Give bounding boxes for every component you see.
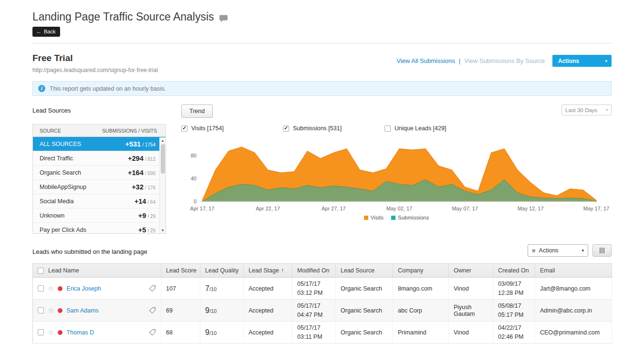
- table-row: ✓ ☆ Thomas D 68 9/10 Accepted: [33, 322, 612, 344]
- info-icon: i: [38, 85, 45, 92]
- company-cell: Primamind: [393, 322, 449, 344]
- header-actions: View All Submissions | View Submissions …: [396, 55, 612, 67]
- column-header-modified-on[interactable]: Modified On: [292, 264, 336, 278]
- email-cell: Admin@abc.corp.in: [535, 300, 612, 322]
- legend-visits-label: Visits: [371, 215, 384, 220]
- source-name: Social Media: [40, 198, 74, 205]
- submissions-checkbox[interactable]: ✓ Submissions [531]: [283, 125, 384, 132]
- comment-icon[interactable]: [219, 14, 228, 22]
- column-header-created-on[interactable]: Created On: [493, 264, 535, 278]
- lead-score-cell: 68: [161, 322, 200, 344]
- view-all-submissions-link[interactable]: View All Submissions: [396, 57, 455, 64]
- created-on-cell: 04/22/1702:46 PM: [493, 322, 535, 344]
- unique-leads-checkbox[interactable]: ✓ Unique Leads [429]: [384, 125, 486, 132]
- lead-source-cell: Organic Search: [336, 278, 393, 300]
- lead-status-dot-icon: [58, 330, 62, 335]
- source-row-social-media[interactable]: Social Media +14/ 64: [33, 194, 166, 208]
- svg-text:Apr 27, 17: Apr 27, 17: [322, 206, 346, 211]
- owner-cell: Piyush Gautam: [449, 300, 493, 322]
- tag-icon[interactable]: [149, 329, 156, 336]
- actions-dropdown-button[interactable]: Actions ▾: [552, 55, 612, 67]
- chevron-down-icon: ▾: [582, 248, 584, 253]
- column-header-lead-quality[interactable]: Lead Quality: [200, 264, 244, 278]
- source-name: Unknown: [40, 212, 64, 219]
- lead-sources-header: SOURCE SUBMISSIONS / VISITS: [33, 125, 166, 137]
- star-icon[interactable]: ☆: [48, 285, 54, 292]
- column-header-owner[interactable]: Owner: [449, 264, 493, 278]
- column-header-lead-score[interactable]: Lead Score: [161, 264, 200, 278]
- source-row-pay-per-click-ads[interactable]: Pay per Click Ads +5/ 25: [33, 223, 166, 234]
- source-name: Organic Search: [40, 169, 81, 176]
- source-row-organic-search[interactable]: Organic Search +164/ 590: [33, 166, 166, 180]
- landing-page-info: Free Trial http://pages.leadsquared.com/…: [32, 53, 158, 73]
- row-checkbox[interactable]: ✓: [38, 307, 44, 313]
- notice-text: This report gets updated on an hourly ba…: [50, 85, 166, 92]
- table-row: ✓ ☆ Erica Joseph 107 7/10 Accepted: [33, 278, 612, 300]
- lead-sources-label: Lead Sources: [32, 107, 166, 114]
- sources-scrollbar[interactable]: ▲ ▼: [159, 137, 166, 233]
- svg-text:May 12, 17: May 12, 17: [518, 206, 543, 211]
- modified-on-cell: 05/17/1703:11 PM: [292, 322, 336, 344]
- svg-text:80: 80: [191, 153, 197, 158]
- column-settings-button[interactable]: [592, 244, 612, 257]
- created-on-cell: 03/09/1712:28 PM: [493, 278, 535, 300]
- leads-table: ✓ Lead Name Lead Score Lead Quality Lead…: [32, 263, 612, 344]
- column-header-lead-name[interactable]: ✓ Lead Name: [33, 264, 161, 278]
- trend-button[interactable]: Trend: [181, 104, 213, 118]
- lead-stage-cell: Accepted: [244, 278, 292, 300]
- chevron-down-icon: ▾: [606, 108, 608, 112]
- source-row-unknown[interactable]: Unknown +9/ 29: [33, 208, 166, 223]
- page: Landing Page Traffic Source Analysis ← B…: [0, 0, 644, 344]
- date-range-select[interactable]: Last 30 Days ▾: [561, 104, 612, 115]
- view-submissions-by-source-link[interactable]: View Submissions By Source: [464, 57, 545, 64]
- lead-quality-cell: 7/10: [200, 278, 244, 300]
- lead-name-link[interactable]: Erica Joseph: [66, 285, 101, 292]
- lead-score-cell: 107: [161, 278, 200, 300]
- column-header-email[interactable]: Email: [535, 264, 612, 278]
- select-all-checkbox[interactable]: ✓: [38, 268, 44, 274]
- submissions-checkbox-label: Submissions [531]: [293, 125, 342, 132]
- lead-stage-cell: Accepted: [244, 322, 292, 344]
- scroll-down-icon[interactable]: ▼: [160, 227, 166, 233]
- lead-quality-cell: 9/10: [200, 322, 244, 344]
- source-values: +14/ 64: [135, 198, 156, 205]
- modified-on-cell: 05/17/1704:47 PM: [292, 300, 336, 322]
- visits-checkbox[interactable]: ✓ Visits [1754]: [181, 125, 283, 132]
- star-icon[interactable]: ☆: [48, 307, 54, 314]
- row-checkbox[interactable]: ✓: [38, 285, 44, 292]
- lead-score-cell: 69: [161, 300, 200, 322]
- lead-name-link[interactable]: Thomas D: [66, 329, 94, 336]
- star-icon[interactable]: ☆: [48, 329, 54, 336]
- main-row: Lead Sources SOURCE SUBMISSIONS / VISITS…: [32, 104, 612, 234]
- lead-name-link[interactable]: Sam Adams: [66, 307, 98, 314]
- page-title: Landing Page Traffic Source Analysis: [32, 10, 214, 23]
- link-separator: |: [459, 57, 460, 64]
- back-button[interactable]: ← Back: [32, 27, 60, 37]
- tag-icon[interactable]: [149, 307, 156, 314]
- checkbox-icon: ✓: [384, 125, 391, 132]
- column-header-lead-source[interactable]: Lead Source: [336, 264, 393, 278]
- source-row-all-sources[interactable]: ALL SOURCES +531/ 1754: [33, 137, 166, 151]
- svg-text:May 02, 17: May 02, 17: [386, 206, 412, 211]
- leads-controls: ≡ Actions ▾: [528, 244, 612, 257]
- scroll-up-icon[interactable]: ▲: [160, 137, 166, 143]
- visits-checkbox-label: Visits [1754]: [191, 125, 224, 132]
- svg-text:Apr 17, 17: Apr 17, 17: [190, 206, 215, 211]
- legend-item-visits: Visits: [364, 215, 384, 220]
- column-header-lead-stage[interactable]: Lead Stage↑: [244, 264, 292, 278]
- unique-leads-checkbox-label: Unique Leads [429]: [395, 125, 446, 132]
- tag-icon[interactable]: [149, 285, 156, 292]
- source-row-direct-traffic[interactable]: Direct Traffic +294/ 812: [33, 151, 166, 166]
- source-values: +32/ 176: [132, 183, 156, 191]
- date-range-value: Last 30 Days: [565, 107, 597, 113]
- chevron-down-icon: ▾: [605, 59, 607, 63]
- source-row-mobileappsignup[interactable]: MobileAppSignup +32/ 176: [33, 180, 166, 194]
- row-checkbox[interactable]: ✓: [38, 329, 44, 335]
- column-header-company[interactable]: Company: [393, 264, 449, 278]
- landing-page-name: Free Trial: [32, 53, 158, 63]
- table-actions-dropdown[interactable]: ≡ Actions ▾: [528, 244, 588, 257]
- checkbox-icon: ✓: [181, 125, 187, 132]
- actions-label: Actions: [558, 58, 579, 64]
- lead-sources-table: SOURCE SUBMISSIONS / VISITS ALL SOURCES …: [32, 124, 166, 234]
- scrollbar-thumb[interactable]: [161, 144, 165, 174]
